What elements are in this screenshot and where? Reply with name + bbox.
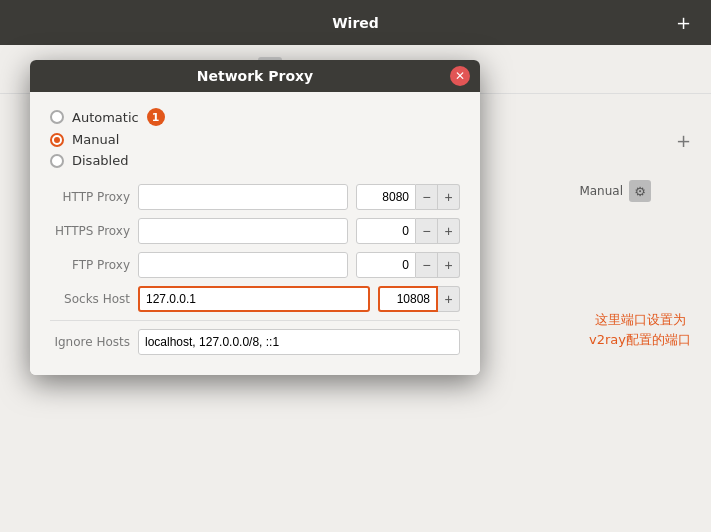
https-proxy-label: HTTPS Proxy [50,224,130,238]
dialog-body: Automatic 1 Manual Disabled HTTP Proxy [30,92,480,375]
ignore-hosts-row: Ignore Hosts [50,329,460,355]
http-port-input[interactable] [356,184,416,210]
annotation-line2: v2ray配置的端口 [589,330,691,350]
top-bar-plus-button[interactable]: + [676,12,691,33]
https-proxy-row: HTTPS Proxy − + [50,218,460,244]
ftp-port-plus-button[interactable]: + [438,252,460,278]
socks-port-input[interactable] [378,286,438,312]
radio-disabled[interactable]: Disabled [50,153,460,168]
section-plus-button[interactable]: + [676,130,691,151]
http-port-plus-button[interactable]: + [438,184,460,210]
top-bar: Wired + [0,0,711,45]
ftp-port-group: − + [356,252,460,278]
https-port-input[interactable] [356,218,416,244]
ftp-proxy-label: FTP Proxy [50,258,130,272]
radio-circle-disabled [50,154,64,168]
ignore-hosts-label: Ignore Hosts [50,335,130,349]
proxy-mode-radio-group: Automatic 1 Manual Disabled [50,108,460,168]
http-proxy-row: HTTP Proxy − + [50,184,460,210]
http-proxy-label: HTTP Proxy [50,190,130,204]
ftp-proxy-row: FTP Proxy − + [50,252,460,278]
radio-label-manual: Manual [72,132,119,147]
ftp-port-input[interactable] [356,252,416,278]
http-port-group: − + [356,184,460,210]
https-port-plus-button[interactable]: + [438,218,460,244]
http-proxy-input[interactable] [138,184,348,210]
radio-label-disabled: Disabled [72,153,128,168]
radio-manual[interactable]: Manual [50,132,460,147]
socks-host-row: Socks Host + [50,286,460,312]
socks-host-label: Socks Host [50,292,130,306]
https-port-group: − + [356,218,460,244]
http-port-minus-button[interactable]: − [416,184,438,210]
badge-count: 1 [147,108,165,126]
radio-automatic[interactable]: Automatic 1 [50,108,460,126]
top-bar-title: Wired [332,15,379,31]
manual-gear-button[interactable]: ⚙ [629,180,651,202]
dialog-title: Network Proxy [197,68,313,84]
radio-circle-manual [50,133,64,147]
radio-dot-manual [54,137,60,143]
annotation-text: 这里端口设置为 v2ray配置的端口 [589,310,691,349]
https-proxy-input[interactable] [138,218,348,244]
ftp-port-minus-button[interactable]: − [416,252,438,278]
ftp-proxy-input[interactable] [138,252,348,278]
socks-port-group: + [378,286,460,312]
manual-label: Manual [579,184,623,198]
network-proxy-dialog: Network Proxy ✕ Automatic 1 Manual [30,60,480,375]
socks-port-plus-button[interactable]: + [438,286,460,312]
dialog-close-button[interactable]: ✕ [450,66,470,86]
close-icon: ✕ [455,69,465,83]
manual-row: Manual ⚙ [579,180,651,202]
socks-host-input[interactable] [138,286,370,312]
ignore-hosts-input[interactable] [138,329,460,355]
dialog-titlebar: Network Proxy ✕ [30,60,480,92]
radio-label-automatic: Automatic [72,110,139,125]
form-divider [50,320,460,321]
annotation-line1: 这里端口设置为 [589,310,691,330]
https-port-minus-button[interactable]: − [416,218,438,244]
radio-circle-automatic [50,110,64,124]
